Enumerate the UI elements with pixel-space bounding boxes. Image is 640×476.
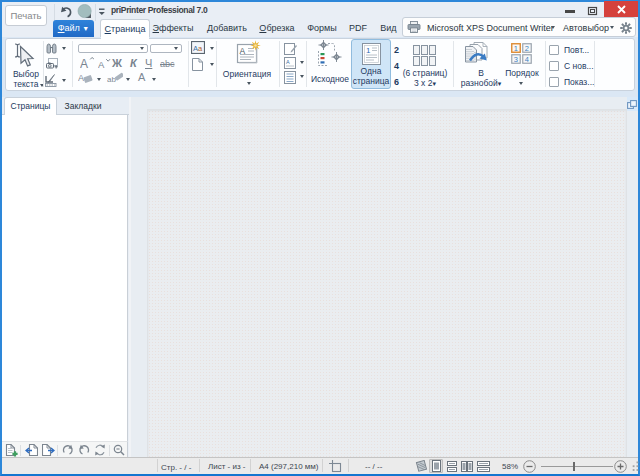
svg-text:ab: ab — [107, 75, 116, 84]
svg-text:Аа: Аа — [193, 44, 203, 53]
svg-text:1: 1 — [514, 44, 518, 53]
svg-text:2: 2 — [525, 44, 529, 53]
svg-text:А: А — [80, 57, 88, 69]
svg-text:1: 1 — [366, 46, 371, 55]
svg-text:A: A — [286, 59, 290, 65]
svg-text:4: 4 — [525, 55, 529, 64]
svg-text:A: A — [78, 73, 84, 83]
svg-text:А: А — [98, 59, 105, 69]
svg-text:3: 3 — [514, 55, 518, 64]
